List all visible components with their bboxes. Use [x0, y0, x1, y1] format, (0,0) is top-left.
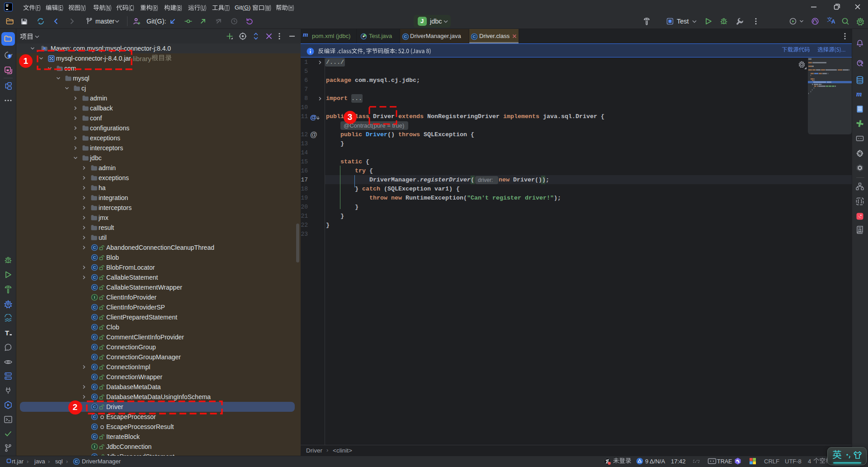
svg-text:C: C — [93, 354, 96, 359]
svg-text:C: C — [93, 255, 96, 260]
svg-text:C: C — [404, 34, 407, 39]
svg-text:C: C — [93, 245, 96, 250]
svg-text:C: C — [93, 434, 96, 439]
svg-text:C: C — [93, 394, 96, 399]
svg-text:C: C — [93, 275, 96, 280]
svg-text:?: ? — [9, 54, 11, 58]
svg-text:A: A — [859, 229, 861, 231]
svg-text:C: C — [93, 315, 96, 319]
svg-text:I: I — [94, 295, 95, 300]
svg-text:C: C — [93, 344, 96, 349]
svg-text:T: T — [5, 329, 9, 337]
svg-text:m: m — [856, 90, 862, 98]
svg-text:C: C — [93, 424, 96, 429]
svg-text:C: C — [93, 265, 96, 270]
svg-text:C: C — [93, 364, 96, 369]
svg-text:C: C — [93, 334, 96, 339]
svg-text:C: C — [93, 324, 96, 329]
svg-text:C: C — [473, 34, 476, 39]
svg-text:C: C — [93, 374, 96, 379]
svg-text:C: C — [93, 384, 96, 389]
svg-text:C: C — [93, 305, 96, 310]
svg-text:C: C — [93, 285, 96, 290]
svg-text:C: C — [75, 459, 78, 464]
svg-text:I: I — [94, 444, 95, 449]
